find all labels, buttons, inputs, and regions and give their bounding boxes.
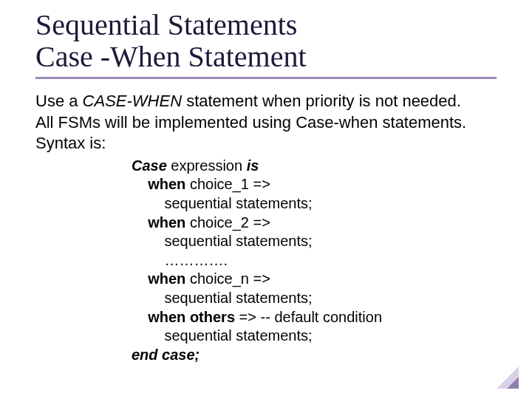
title-underline [35, 77, 497, 79]
code-line-9: when others => -- default condition [132, 308, 497, 327]
kw-when-others: when others [132, 309, 235, 325]
intro-use-a: Use a [35, 92, 83, 110]
slide-title-line2: Case -When Statement [35, 41, 497, 72]
syntax-block: Case expression is when choice_1 => sequ… [132, 157, 497, 365]
code-line-1: Case expression is [132, 157, 497, 176]
intro-line1: Use a CASE-WHEN statement when priority … [35, 91, 497, 112]
code-line-10: sequential statements; [132, 327, 497, 346]
code-line-2: when choice_1 => [132, 175, 497, 194]
slide-title-line1: Sequential Statements [35, 9, 497, 41]
intro-case-when: CASE-WHEN [83, 92, 182, 110]
kw-when-2: when [132, 214, 185, 231]
choice-1: choice_1 => [185, 176, 270, 192]
code-expr: expression [167, 157, 247, 174]
kw-when-n: when [132, 270, 185, 287]
kw-when-1: when [132, 176, 185, 192]
code-line-6: …………. [132, 251, 497, 270]
choice-2: choice_2 => [185, 214, 270, 231]
intro-text: Use a CASE-WHEN statement when priority … [35, 91, 497, 153]
kw-case: Case [132, 157, 167, 174]
code-line-7: when choice_n => [132, 270, 497, 289]
kw-is: is [247, 157, 259, 174]
page-corner-icon [497, 366, 519, 389]
code-line-8: sequential statements; [132, 289, 497, 308]
code-line-11: end case; [132, 346, 497, 365]
code-line-4: when choice_2 => [132, 214, 497, 233]
intro-line2: All FSMs will be implemented using Case-… [35, 112, 497, 133]
others-comment: => -- default condition [235, 309, 382, 325]
code-line-5: sequential statements; [132, 232, 497, 251]
code-line-3: sequential statements; [132, 194, 497, 214]
intro-rest1: statement when priority is not needed. [182, 92, 461, 110]
intro-line3: Syntax is: [35, 133, 497, 154]
choice-n: choice_n => [185, 270, 270, 287]
slide: Sequential Statements Case -When Stateme… [0, 0, 532, 399]
